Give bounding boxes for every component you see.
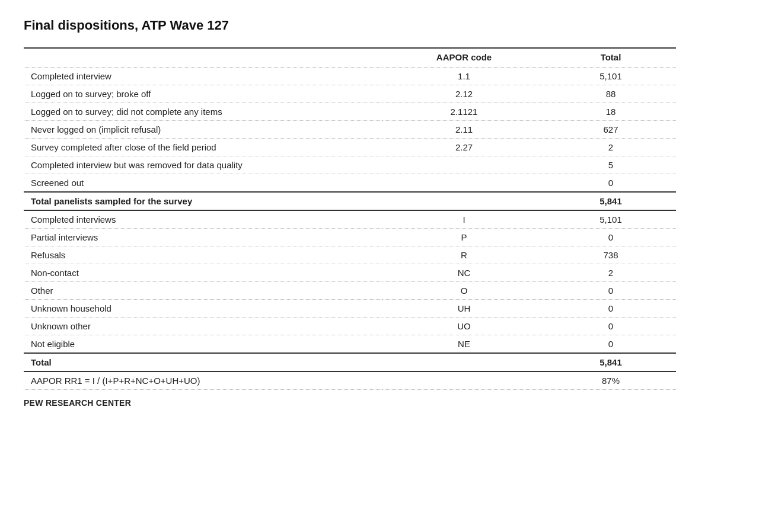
row-total: 5,841 bbox=[546, 353, 676, 371]
table-row: Completed interviews I 5,101 bbox=[24, 210, 676, 229]
row-code bbox=[382, 174, 546, 193]
table-row: Never logged on (implicit refusal) 2.11 … bbox=[24, 121, 676, 139]
row-total: 5,101 bbox=[546, 68, 676, 85]
row-label: Unknown other bbox=[24, 318, 382, 335]
page-title: Final dispositions, ATP Wave 127 bbox=[24, 18, 735, 33]
row-total: 87% bbox=[546, 371, 676, 390]
table-row: Non-contact NC 2 bbox=[24, 264, 676, 282]
row-code bbox=[382, 192, 546, 210]
col-header-label bbox=[24, 48, 382, 68]
table-row: Partial interviews P 0 bbox=[24, 229, 676, 246]
row-code: 2.27 bbox=[382, 139, 546, 156]
row-total: 18 bbox=[546, 103, 676, 121]
row-label: Total bbox=[24, 353, 382, 371]
table-row: Not eligible NE 0 bbox=[24, 335, 676, 354]
table-row: Refusals R 738 bbox=[24, 246, 676, 264]
table-row: Completed interview but was removed for … bbox=[24, 156, 676, 174]
row-label: Completed interview bbox=[24, 68, 382, 85]
row-code: R bbox=[382, 246, 546, 264]
row-code bbox=[382, 371, 546, 390]
row-total: 5,101 bbox=[546, 210, 676, 229]
row-total: 2 bbox=[546, 264, 676, 282]
row-label: Refusals bbox=[24, 246, 382, 264]
row-code: UH bbox=[382, 300, 546, 318]
row-label: AAPOR RR1 = I / (I+P+R+NC+O+UH+UO) bbox=[24, 371, 382, 390]
pew-footer: PEW RESEARCH CENTER bbox=[24, 398, 735, 408]
row-total: 2 bbox=[546, 139, 676, 156]
row-total: 0 bbox=[546, 282, 676, 300]
row-label: Partial interviews bbox=[24, 229, 382, 246]
table-row: Unknown other UO 0 bbox=[24, 318, 676, 335]
row-label: Total panelists sampled for the survey bbox=[24, 192, 382, 210]
table-row: Screened out 0 bbox=[24, 174, 676, 193]
row-total: 5,841 bbox=[546, 192, 676, 210]
row-total: 0 bbox=[546, 229, 676, 246]
row-code: NC bbox=[382, 264, 546, 282]
row-code bbox=[382, 353, 546, 371]
row-total: 0 bbox=[546, 174, 676, 193]
row-total: 0 bbox=[546, 335, 676, 354]
row-total: 5 bbox=[546, 156, 676, 174]
row-code bbox=[382, 156, 546, 174]
table-row: Logged on to survey; did not complete an… bbox=[24, 103, 676, 121]
formula-row: AAPOR RR1 = I / (I+P+R+NC+O+UH+UO) 87% bbox=[24, 371, 676, 390]
col-header-total: Total bbox=[546, 48, 676, 68]
row-code: I bbox=[382, 210, 546, 229]
row-total: 627 bbox=[546, 121, 676, 139]
row-code: NE bbox=[382, 335, 546, 354]
row-code: 2.1121 bbox=[382, 103, 546, 121]
row-code: UO bbox=[382, 318, 546, 335]
col-header-aapor: AAPOR code bbox=[382, 48, 546, 68]
row-label: Completed interviews bbox=[24, 210, 382, 229]
total-row: Total 5,841 bbox=[24, 353, 676, 371]
dispositions-table: AAPOR code Total Completed interview 1.1… bbox=[24, 47, 676, 390]
row-total: 738 bbox=[546, 246, 676, 264]
row-label: Survey completed after close of the fiel… bbox=[24, 139, 382, 156]
row-label: Non-contact bbox=[24, 264, 382, 282]
total-panelists-row: Total panelists sampled for the survey 5… bbox=[24, 192, 676, 210]
row-label: Not eligible bbox=[24, 335, 382, 354]
row-label: Logged on to survey; broke off bbox=[24, 85, 382, 103]
table-row: Completed interview 1.1 5,101 bbox=[24, 68, 676, 85]
row-code: 2.11 bbox=[382, 121, 546, 139]
row-code: 2.12 bbox=[382, 85, 546, 103]
row-label: Other bbox=[24, 282, 382, 300]
table-row: Other O 0 bbox=[24, 282, 676, 300]
table-row: Survey completed after close of the fiel… bbox=[24, 139, 676, 156]
row-label: Unknown household bbox=[24, 300, 382, 318]
row-code: O bbox=[382, 282, 546, 300]
row-total: 88 bbox=[546, 85, 676, 103]
row-label: Never logged on (implicit refusal) bbox=[24, 121, 382, 139]
row-label: Logged on to survey; did not complete an… bbox=[24, 103, 382, 121]
table-row: Logged on to survey; broke off 2.12 88 bbox=[24, 85, 676, 103]
row-label: Screened out bbox=[24, 174, 382, 193]
table-row: Unknown household UH 0 bbox=[24, 300, 676, 318]
row-code: P bbox=[382, 229, 546, 246]
row-label: Completed interview but was removed for … bbox=[24, 156, 382, 174]
row-total: 0 bbox=[546, 300, 676, 318]
row-code: 1.1 bbox=[382, 68, 546, 85]
row-total: 0 bbox=[546, 318, 676, 335]
table-container: AAPOR code Total Completed interview 1.1… bbox=[24, 47, 676, 390]
